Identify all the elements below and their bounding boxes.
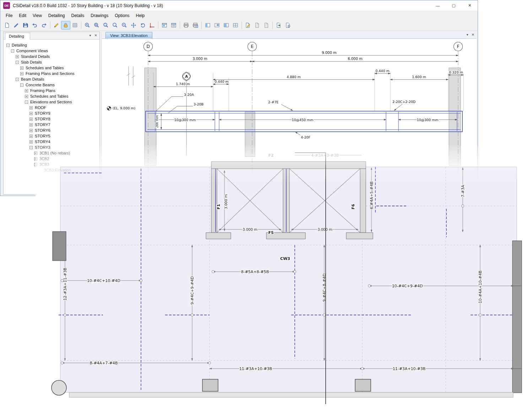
plan-drawing[interactable]: 3.000 m 3.000 m 3.000 m 10-#4C+10-#4D 8-…: [50, 146, 532, 413]
view-tab-3cb3-elevation[interactable]: View: 3CB3:Elevation: [105, 32, 152, 39]
menu-details[interactable]: Details: [68, 12, 88, 20]
detail-view-button[interactable]: [160, 21, 169, 29]
tree-expander-icon[interactable]: -: [29, 146, 33, 149]
zoom-out-button[interactable]: [120, 21, 129, 29]
panel-tab-detailing[interactable]: Detailing: [5, 33, 30, 40]
report-view-button[interactable]: [169, 21, 178, 29]
tree-item-label[interactable]: Detailing: [11, 43, 28, 47]
tree-expander-icon[interactable]: -: [11, 49, 14, 53]
tree-item-framing-plans-sections[interactable]: +Framing Plans and Sections: [5, 71, 99, 76]
zoom-extents-button[interactable]: [101, 21, 110, 29]
marker-button[interactable]: [12, 21, 21, 29]
tree-item-story7[interactable]: +STORY7: [5, 122, 99, 127]
panel-menu-icon[interactable]: ▾: [89, 33, 91, 37]
redo-button[interactable]: [39, 21, 49, 29]
tree-expander-icon[interactable]: +: [20, 66, 23, 70]
zoom-previous-button[interactable]: [138, 21, 147, 29]
menu-options[interactable]: Options: [112, 12, 132, 20]
new-file-button[interactable]: [2, 21, 12, 29]
tree-item-story4[interactable]: +STORY4: [5, 139, 99, 145]
tree-expander-icon[interactable]: +: [29, 140, 33, 143]
tree-expander-icon[interactable]: +: [20, 72, 23, 75]
tree-expander-icon[interactable]: +: [29, 129, 33, 132]
tree-item-slab-schedules[interactable]: +Schedules and Tables: [5, 65, 99, 71]
tree-item-framing-plans[interactable]: +Framing Plans: [5, 88, 99, 93]
zoom-selected-button[interactable]: [110, 21, 120, 29]
layout-dot-button[interactable]: [212, 21, 222, 29]
tree-item-label[interactable]: Beam Details: [20, 77, 45, 81]
tree-expander-icon[interactable]: -: [16, 61, 19, 64]
tree-expander-icon[interactable]: +: [29, 135, 33, 138]
zoom-in-button[interactable]: [83, 21, 92, 29]
zoom-origin-button[interactable]: [147, 21, 157, 29]
tree-expander-icon[interactable]: +: [29, 112, 33, 115]
tree-item-beam-schedules[interactable]: +Schedules and Tables: [5, 93, 99, 99]
pan-button[interactable]: [129, 21, 138, 29]
minimize-button[interactable]: —: [430, 0, 446, 11]
tree-item-label[interactable]: Component Views: [16, 49, 49, 53]
app-icon[interactable]: DE: [3, 2, 10, 9]
drawing-gray-2-button[interactable]: [262, 21, 271, 29]
print-button[interactable]: [181, 21, 191, 29]
tree-item-component-views[interactable]: -Component Views: [5, 48, 99, 54]
lock-button[interactable]: [61, 21, 70, 29]
tree-item-label[interactable]: ROOF: [34, 105, 47, 110]
menu-drawings[interactable]: Drawings: [87, 12, 112, 20]
tree-expander-icon[interactable]: -: [25, 100, 28, 104]
undo-button[interactable]: [30, 21, 39, 29]
tree-expander-icon[interactable]: +: [16, 55, 19, 58]
menu-file[interactable]: File: [2, 12, 16, 20]
tree-item-label[interactable]: Concrete Beams: [25, 83, 55, 87]
maximize-button[interactable]: ▢: [446, 0, 462, 11]
tree-expander-icon[interactable]: -: [16, 78, 19, 81]
edit-pencil-button[interactable]: [52, 21, 61, 29]
menu-view[interactable]: View: [29, 12, 45, 20]
view-menu-icon[interactable]: ▾: [467, 33, 468, 37]
tree-expander-icon[interactable]: +: [25, 95, 28, 98]
save-button[interactable]: [21, 21, 30, 29]
tree-item-label[interactable]: Slab Details: [20, 60, 43, 64]
tree-expander-icon[interactable]: +: [29, 123, 33, 126]
tree-item-label[interactable]: STORY5: [34, 134, 51, 138]
layout-split-button[interactable]: [222, 21, 231, 29]
drawing-gray-1-button[interactable]: [253, 21, 262, 29]
tree-item-label[interactable]: STORY9: [34, 111, 51, 115]
tree-item-label[interactable]: Standard Details: [20, 54, 50, 59]
menu-edit[interactable]: Edit: [16, 12, 29, 20]
snap-grid-button[interactable]: [70, 21, 80, 29]
tree-item-label[interactable]: STORY6: [34, 128, 51, 132]
tree-item-story6[interactable]: +STORY6: [5, 127, 99, 133]
tree-item-label[interactable]: STORY7: [34, 123, 51, 127]
tree-item-beam-details[interactable]: -Beam Details: [5, 76, 99, 82]
layout-left-button[interactable]: [203, 21, 212, 29]
tree-item-story5[interactable]: +STORY5: [5, 133, 99, 139]
tree-item-label[interactable]: Elevations and Sections: [29, 100, 72, 104]
menu-help[interactable]: Help: [133, 12, 148, 20]
drawing-edit-button[interactable]: [243, 21, 253, 29]
tree-item-label[interactable]: STORY8: [34, 117, 51, 121]
tree-item-label[interactable]: Framing Plans and Sections: [25, 71, 75, 76]
tree-item-concrete-beams[interactable]: -Concrete Beams: [5, 82, 99, 88]
tree-expander-icon[interactable]: +: [29, 106, 33, 109]
tree-item-label[interactable]: Schedules and Tables: [25, 66, 64, 70]
tree-item-roof[interactable]: +ROOF: [5, 105, 99, 110]
tree-item-standard-details[interactable]: +Standard Details: [5, 54, 99, 59]
tree-expander-icon[interactable]: +: [25, 89, 28, 92]
tree-item-slab-details[interactable]: -Slab Details: [5, 59, 99, 65]
export-setup-button[interactable]: [283, 21, 293, 29]
layout-pair-button[interactable]: [231, 21, 240, 29]
tree-expander-icon[interactable]: -: [20, 83, 23, 87]
zoom-window-button[interactable]: [92, 21, 101, 29]
print-preview-button[interactable]: [191, 21, 200, 29]
tree-item-story9[interactable]: +STORY9: [5, 110, 99, 116]
panel-close-icon[interactable]: ✕: [94, 33, 97, 37]
tree-item-label[interactable]: STORY4: [34, 140, 51, 144]
tree-item-label[interactable]: Schedules and Tables: [29, 94, 69, 98]
tree-item-label[interactable]: Framing Plans: [29, 88, 56, 93]
tree-item-detailing[interactable]: -Detailing: [5, 42, 99, 48]
tree-item-elevations-sections[interactable]: -Elevations and Sections: [5, 99, 99, 105]
view-close-icon[interactable]: ✕: [472, 33, 474, 37]
export-print-button[interactable]: [274, 21, 283, 29]
menu-detailing[interactable]: Detailing: [45, 12, 68, 20]
tree-expander-icon[interactable]: +: [29, 118, 33, 121]
